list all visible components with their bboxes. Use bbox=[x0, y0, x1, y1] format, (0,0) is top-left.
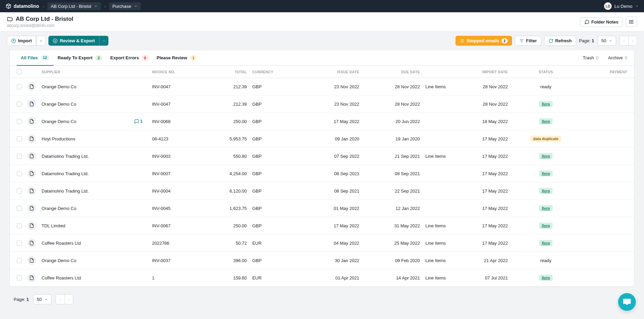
cell-due-date: 20 Jun 2022 bbox=[362, 113, 423, 130]
row-checkbox[interactable] bbox=[17, 171, 22, 176]
row-checkbox[interactable] bbox=[17, 136, 22, 141]
table-row[interactable]: TDL LimitedINV-0067250.00GBP17 May 20223… bbox=[10, 217, 634, 234]
user-menu[interactable]: LD Lu Demo bbox=[604, 2, 639, 10]
col-issue-date[interactable]: ISSUE DATE bbox=[301, 66, 362, 78]
document-icon[interactable] bbox=[27, 239, 36, 247]
next-page-button[interactable]: › bbox=[629, 36, 637, 45]
document-icon[interactable] bbox=[27, 82, 36, 91]
cell-currency: GBP bbox=[250, 95, 301, 113]
table-row[interactable]: Orange Demo CoINV-0037396.00GBP30 Jan 20… bbox=[10, 252, 634, 269]
row-checkbox[interactable] bbox=[17, 275, 22, 280]
tab-export-errors[interactable]: Export Errors 0 bbox=[106, 50, 153, 65]
document-icon[interactable] bbox=[27, 256, 36, 265]
document-icon[interactable] bbox=[27, 186, 36, 195]
cell-invoice-no: 2022786 bbox=[149, 234, 205, 252]
document-icon[interactable] bbox=[27, 204, 36, 213]
table-row[interactable]: Datamolino Trading Ltd.INV-0003550.80GBP… bbox=[10, 148, 634, 165]
cell-issue-date: 08 Sep 2021 bbox=[301, 182, 362, 200]
import-dropdown[interactable] bbox=[36, 36, 46, 46]
table-row[interactable]: Orange Demo Co1INV-0068250.00GBP17 May 2… bbox=[10, 113, 634, 130]
status-badge-xero[interactable]: Xero bbox=[539, 223, 553, 229]
table-row[interactable]: Hoyt Productions08-41235,953.75GBP09 Jan… bbox=[10, 130, 634, 148]
cell-due-date: 28 Nov 2022 bbox=[362, 78, 423, 95]
folder-notes-button[interactable]: Folder Notes bbox=[580, 17, 623, 27]
document-icon[interactable] bbox=[27, 100, 36, 108]
status-badge-xero[interactable]: Xero bbox=[539, 170, 553, 177]
table-row[interactable]: Datamolino Trading Ltd.INV-00074,254.00G… bbox=[10, 165, 634, 182]
table-row[interactable]: Coffee Roasters Ltd1159.60EUR01 Apr 2021… bbox=[10, 269, 634, 287]
document-icon[interactable] bbox=[27, 273, 36, 282]
table-row[interactable]: Orange Demo CoINV-00451,623.75GBP01 May … bbox=[10, 200, 634, 217]
tab-please-review[interactable]: Please Review 1 bbox=[153, 50, 201, 65]
document-icon[interactable] bbox=[27, 169, 36, 178]
review-export-button[interactable]: Review & Export bbox=[48, 36, 99, 46]
table-row[interactable]: Orange Demo CoINV-0047212.39GBP23 Nov 20… bbox=[10, 78, 634, 95]
status-badge-xero[interactable]: Xero bbox=[539, 188, 553, 194]
brand-name: datamolino bbox=[14, 3, 39, 9]
prev-page-button-bottom[interactable]: ‹ bbox=[56, 295, 64, 304]
cell-issue-date: 23 Nov 2022 bbox=[301, 95, 362, 113]
status-badge-xero[interactable]: Xero bbox=[539, 153, 553, 159]
col-import-date[interactable]: IMPORT DATE bbox=[450, 66, 511, 78]
table-row[interactable]: Datamolino Trading Ltd.INV-00046,120.00G… bbox=[10, 182, 634, 200]
next-page-button-bottom[interactable]: › bbox=[65, 295, 73, 304]
tab-all-files[interactable]: All Files 12 bbox=[17, 50, 54, 66]
row-checkbox[interactable] bbox=[17, 223, 22, 228]
row-checkbox[interactable] bbox=[17, 102, 22, 107]
cell-payment bbox=[581, 217, 634, 234]
cell-import-date: 17 May 2022 bbox=[450, 217, 511, 234]
cell-import-date: 18 May 2022 bbox=[450, 113, 511, 130]
row-checkbox[interactable] bbox=[17, 119, 22, 124]
stopped-emails-button[interactable]: Stopped emails 2 bbox=[455, 36, 512, 46]
col-payment[interactable]: PAYMENT bbox=[581, 66, 634, 78]
col-total[interactable]: TOTAL bbox=[205, 66, 250, 78]
stopped-emails-count: 2 bbox=[501, 39, 508, 43]
brand-logo[interactable]: datamolino bbox=[5, 3, 39, 9]
page-size-select[interactable]: 50 bbox=[598, 36, 616, 46]
cell-issue-date: 17 May 2022 bbox=[301, 217, 362, 234]
row-checkbox[interactable] bbox=[17, 206, 22, 211]
cell-issue-date: 07 Sep 2022 bbox=[301, 148, 362, 165]
page-size-select-bottom[interactable]: 50 bbox=[33, 294, 51, 304]
comment-count[interactable]: 1 bbox=[134, 119, 143, 124]
filter-button[interactable]: Filter bbox=[515, 36, 541, 46]
cell-currency: GBP bbox=[250, 148, 301, 165]
document-icon[interactable] bbox=[27, 221, 36, 230]
col-supplier[interactable]: SUPPLIER bbox=[39, 66, 149, 78]
status-badge-xero[interactable]: Xero bbox=[539, 240, 553, 246]
col-due-date[interactable]: DUE DATE bbox=[362, 66, 423, 78]
table-row[interactable]: Orange Demo CoINV-0047212.39GBP23 Nov 20… bbox=[10, 95, 634, 113]
status-badge-xero[interactable]: Xero bbox=[539, 275, 553, 281]
tab-archive[interactable]: Archive0 bbox=[608, 55, 627, 60]
document-icon[interactable] bbox=[27, 117, 36, 126]
document-icon[interactable] bbox=[27, 152, 36, 161]
chevron-down-icon bbox=[39, 39, 43, 43]
document-icon[interactable] bbox=[27, 134, 36, 143]
tab-trash[interactable]: Trash0 bbox=[583, 55, 598, 60]
chat-launcher[interactable] bbox=[618, 293, 636, 309]
col-currency[interactable]: CURRENCY bbox=[250, 66, 301, 78]
status-ready: ready bbox=[540, 84, 552, 89]
col-status[interactable]: STATUS bbox=[511, 66, 581, 78]
status-badge-xero[interactable]: Xero bbox=[539, 101, 553, 107]
select-all-checkbox[interactable] bbox=[17, 69, 22, 74]
refresh-button[interactable]: Refresh bbox=[544, 36, 576, 46]
status-badge-xero[interactable]: Xero bbox=[539, 118, 553, 124]
row-checkbox[interactable] bbox=[17, 258, 22, 263]
cell-invoice-no: INV-0067 bbox=[149, 217, 205, 234]
table-row[interactable]: Coffee Roasters Ltd202278650.72EUR04 May… bbox=[10, 234, 634, 252]
col-invoice[interactable]: INVOICE NO. bbox=[149, 66, 205, 78]
row-checkbox[interactable] bbox=[17, 84, 22, 89]
breadcrumb-section[interactable]: Purchase bbox=[109, 2, 141, 10]
row-checkbox[interactable] bbox=[17, 154, 22, 159]
review-export-dropdown[interactable] bbox=[99, 36, 108, 46]
breadcrumb-folder[interactable]: AB Corp Ltd - Bristol bbox=[47, 2, 101, 10]
chevron-down-icon bbox=[44, 298, 48, 301]
import-button[interactable]: Import bbox=[7, 36, 36, 46]
row-checkbox[interactable] bbox=[17, 188, 22, 194]
row-checkbox[interactable] bbox=[17, 241, 22, 246]
status-badge-xero[interactable]: Xero bbox=[539, 205, 553, 211]
prev-page-button[interactable]: ‹ bbox=[620, 36, 628, 45]
tab-ready-to-export[interactable]: Ready To Export 2 bbox=[54, 50, 106, 65]
list-view-button[interactable] bbox=[626, 17, 637, 27]
